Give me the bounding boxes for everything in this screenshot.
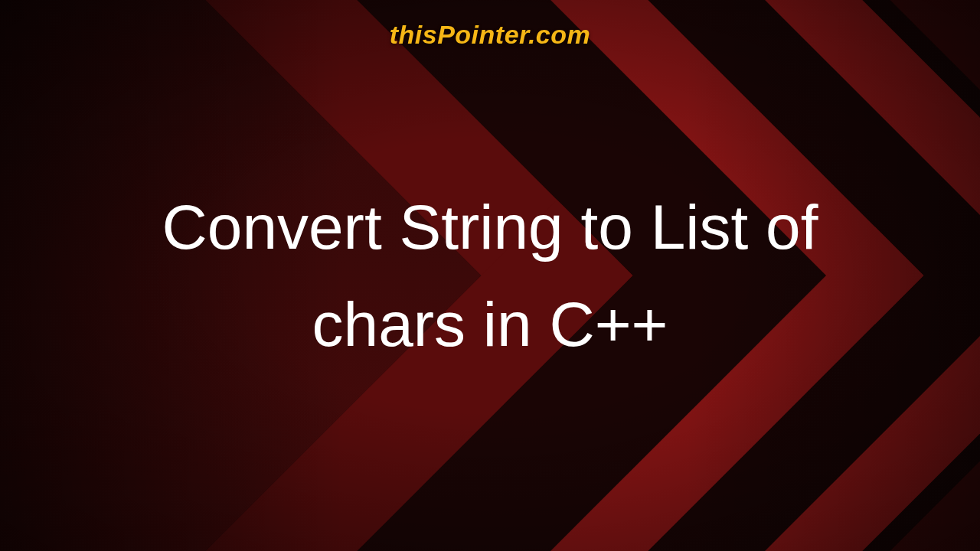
headline-wrap: Convert String to List of chars in C++ (0, 0, 980, 551)
page-title: Convert String to List of chars in C++ (77, 178, 903, 373)
banner-graphic: thisPointer.com Convert String to List o… (0, 0, 980, 551)
